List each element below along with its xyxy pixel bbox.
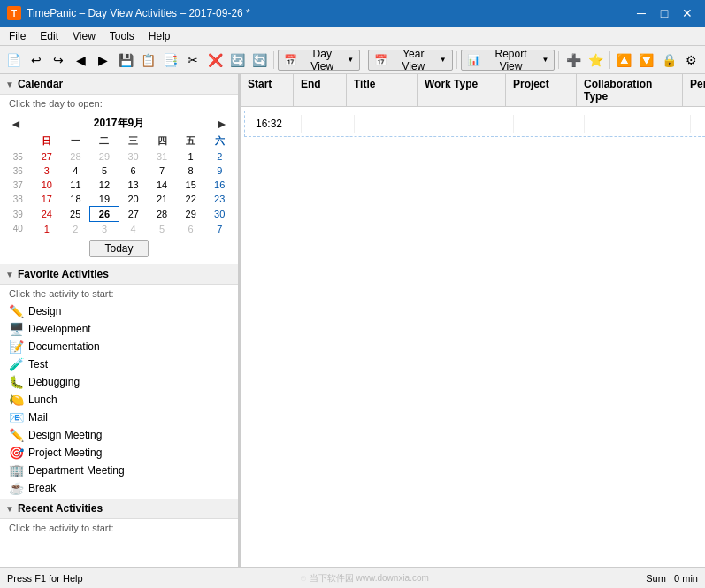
calendar-day[interactable]: 14 bbox=[148, 178, 177, 192]
toolbar-prev[interactable]: ◀ bbox=[71, 50, 91, 71]
calendar-day[interactable]: 1 bbox=[33, 222, 62, 237]
activity-item[interactable]: 📧Mail bbox=[0, 409, 238, 426]
calendar-next-btn[interactable]: ► bbox=[213, 117, 231, 131]
calendar-day[interactable]: 29 bbox=[176, 207, 205, 222]
favorite-section-header[interactable]: ▼ Favorite Activities bbox=[0, 264, 238, 285]
calendar-day[interactable]: 28 bbox=[148, 207, 177, 222]
calendar-day[interactable]: 7 bbox=[205, 222, 234, 237]
th-start[interactable]: Start bbox=[241, 74, 294, 106]
menu-help[interactable]: Help bbox=[142, 28, 178, 44]
menu-file[interactable]: File bbox=[2, 28, 33, 44]
calendar-day[interactable]: 29 bbox=[90, 149, 119, 164]
th-end[interactable]: End bbox=[294, 74, 347, 106]
toolbar-add[interactable]: ➕ bbox=[563, 50, 583, 71]
minimize-button[interactable]: ─ bbox=[631, 4, 652, 22]
activity-item[interactable]: 🧪Test bbox=[0, 355, 238, 373]
calendar-day[interactable]: 20 bbox=[119, 192, 148, 207]
activity-item[interactable]: ☕Break bbox=[0, 479, 238, 497]
activity-item[interactable]: 🍋Lunch bbox=[0, 391, 238, 409]
toolbar-cut[interactable]: ✂ bbox=[182, 50, 203, 71]
calendar-day[interactable]: 2 bbox=[61, 222, 90, 237]
toolbar-refresh2[interactable]: 🔄 bbox=[249, 50, 270, 71]
toolbar-forward[interactable]: ↪ bbox=[49, 50, 69, 71]
calendar-day[interactable]: 19 bbox=[90, 192, 119, 207]
activity-item[interactable]: 🎯Project Meeting bbox=[0, 444, 238, 462]
calendar-day[interactable]: 7 bbox=[148, 164, 177, 178]
calendar-day[interactable]: 28 bbox=[61, 149, 90, 164]
calendar-day[interactable]: 24 bbox=[33, 207, 62, 222]
calendar-day[interactable]: 18 bbox=[61, 192, 90, 207]
maximize-button[interactable]: □ bbox=[654, 4, 675, 22]
calendar-day[interactable]: 15 bbox=[176, 178, 205, 192]
calendar-day[interactable]: 30 bbox=[205, 207, 234, 222]
calendar-day[interactable]: 6 bbox=[176, 222, 205, 237]
calendar-day[interactable]: 1 bbox=[176, 149, 205, 164]
calendar-day[interactable]: 31 bbox=[148, 149, 177, 164]
calendar-day[interactable]: 11 bbox=[61, 178, 90, 192]
toolbar-lock[interactable]: 🔒 bbox=[659, 50, 679, 71]
year-view-button[interactable]: 📅 Year View ▼ bbox=[368, 50, 453, 71]
th-collaboration-type[interactable]: Collaboration Type bbox=[577, 74, 683, 106]
favorite-collapse-arrow[interactable]: ▼ bbox=[5, 270, 14, 279]
calendar-day[interactable]: 23 bbox=[205, 192, 234, 207]
calendar-day[interactable]: 30 bbox=[119, 149, 148, 164]
calendar-day[interactable]: 12 bbox=[90, 178, 119, 192]
toolbar-save[interactable]: 💾 bbox=[115, 50, 135, 71]
calendar-day[interactable]: 4 bbox=[119, 222, 148, 237]
calendar-day[interactable]: 5 bbox=[90, 164, 119, 178]
sidebar-scroll[interactable]: ▼ Calendar Click the day to open: ◄ 2017… bbox=[0, 74, 238, 567]
calendar-day[interactable]: 25 bbox=[61, 207, 90, 222]
calendar-day[interactable]: 6 bbox=[119, 164, 148, 178]
activity-item[interactable]: 🖥️Development bbox=[0, 320, 238, 338]
day-view-button[interactable]: 📅 Day View ▼ bbox=[278, 50, 360, 71]
toolbar-settings[interactable]: ⚙ bbox=[681, 50, 701, 71]
toolbar-back[interactable]: ↩ bbox=[26, 50, 46, 71]
th-worktype[interactable]: Work Type bbox=[418, 74, 506, 106]
table-body[interactable]: 16:32 bbox=[241, 107, 705, 567]
toolbar-down[interactable]: 🔽 bbox=[636, 50, 656, 71]
calendar-day[interactable]: 3 bbox=[90, 222, 119, 237]
report-view-button[interactable]: 📊 Report View ▼ bbox=[461, 50, 556, 71]
toolbar-next[interactable]: ▶ bbox=[93, 50, 113, 71]
activity-item[interactable]: 🏢Department Meeting bbox=[0, 462, 238, 479]
calendar-day[interactable]: 27 bbox=[119, 207, 148, 222]
toolbar-delete[interactable]: ❌ bbox=[205, 50, 226, 71]
menu-tools[interactable]: Tools bbox=[103, 28, 142, 44]
calendar-day[interactable]: 22 bbox=[176, 192, 205, 207]
calendar-day[interactable]: 17 bbox=[33, 192, 62, 207]
activity-item[interactable]: 📝Documentation bbox=[0, 338, 238, 355]
calendar-day[interactable]: 26 bbox=[90, 207, 119, 222]
toolbar-new[interactable]: 📄 bbox=[4, 50, 24, 71]
calendar-day[interactable]: 27 bbox=[33, 149, 62, 164]
toolbar-copy[interactable]: 📋 bbox=[138, 50, 158, 71]
close-button[interactable]: ✕ bbox=[677, 4, 698, 22]
recent-section-header[interactable]: ▼ Recent Activities bbox=[0, 499, 238, 519]
calendar-day[interactable]: 13 bbox=[119, 178, 148, 192]
th-project[interactable]: Project bbox=[506, 74, 577, 106]
calendar-day[interactable]: 16 bbox=[205, 178, 234, 192]
today-button[interactable]: Today bbox=[89, 240, 148, 257]
calendar-day[interactable]: 10 bbox=[33, 178, 62, 192]
th-persons[interactable]: Persons bbox=[683, 74, 705, 106]
menu-edit[interactable]: Edit bbox=[33, 28, 65, 44]
calendar-collapse-arrow[interactable]: ▼ bbox=[5, 80, 14, 89]
table-row[interactable]: 16:32 bbox=[244, 111, 705, 137]
calendar-day[interactable]: 21 bbox=[148, 192, 177, 207]
calendar-day[interactable]: 8 bbox=[176, 164, 205, 178]
activity-item[interactable]: ✏️Design Meeting bbox=[0, 426, 238, 444]
activity-item[interactable]: ✏️Design bbox=[0, 302, 238, 320]
calendar-day[interactable]: 5 bbox=[148, 222, 177, 237]
calendar-day[interactable]: 3 bbox=[33, 164, 62, 178]
menu-view[interactable]: View bbox=[65, 28, 103, 44]
th-title[interactable]: Title bbox=[347, 74, 418, 106]
calendar-section-header[interactable]: ▼ Calendar bbox=[0, 74, 238, 95]
calendar-day[interactable]: 2 bbox=[205, 149, 234, 164]
calendar-day[interactable]: 4 bbox=[61, 164, 90, 178]
calendar-day[interactable]: 9 bbox=[205, 164, 234, 178]
toolbar-refresh1[interactable]: 🔄 bbox=[227, 50, 248, 71]
toolbar-paste[interactable]: 📑 bbox=[160, 50, 180, 71]
toolbar-star[interactable]: ⭐ bbox=[586, 50, 606, 71]
recent-collapse-arrow[interactable]: ▼ bbox=[5, 504, 14, 514]
calendar-prev-btn[interactable]: ◄ bbox=[7, 117, 25, 131]
activity-item[interactable]: 🐛Debugging bbox=[0, 373, 238, 391]
